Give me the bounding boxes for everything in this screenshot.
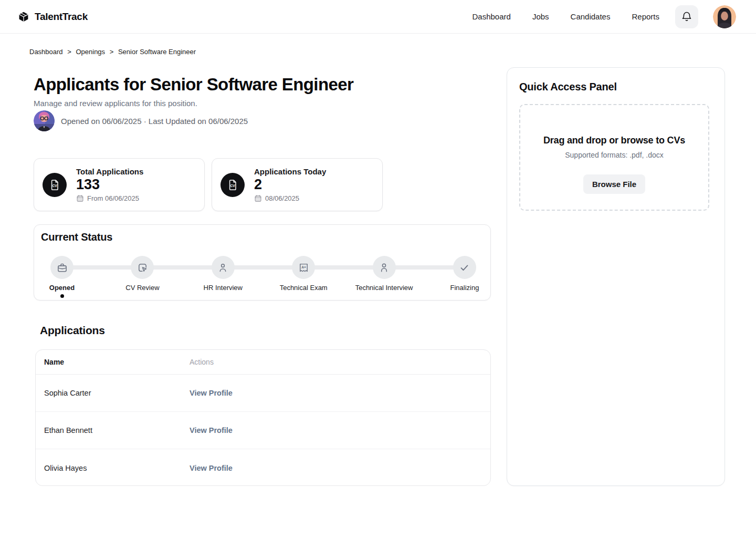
breadcrumb-separator: > — [110, 48, 114, 56]
brand-name: TalentTrack — [35, 11, 88, 23]
applicant-name: Ethan Bennett — [36, 426, 190, 434]
page-subtitle: Manage and review applicants for this po… — [34, 99, 197, 108]
svg-text:A+: A+ — [301, 265, 306, 269]
table-row: Sophia Carter View Profile — [36, 375, 490, 412]
stat-card-applications-today: CV Applications Today 2 08/06/2025 — [212, 158, 383, 211]
svg-text:CV: CV — [52, 183, 58, 187]
step-label: CV Review — [125, 284, 159, 292]
view-profile-link[interactable]: View Profile — [190, 464, 233, 472]
breadcrumb: Dashboard > Openings > Senior Software E… — [29, 48, 196, 56]
dropzone-title: Drag and drop or browse to CVs — [543, 135, 685, 146]
page-title: Applicants for Senior Software Engineer — [34, 75, 353, 95]
nav-jobs[interactable]: Jobs — [532, 12, 549, 21]
table-row: Ethan Bennett View Profile — [36, 412, 490, 449]
brand-logo[interactable]: TalentTrack — [18, 11, 88, 23]
opening-meta-row: Opened on 06/06/2025 · Last Updated on 0… — [34, 110, 248, 131]
column-header-name: Name — [36, 358, 190, 366]
step-label: Opened — [49, 284, 75, 292]
user-avatar[interactable] — [713, 5, 736, 28]
bell-icon — [681, 11, 692, 23]
step-label: Technical Exam — [280, 284, 328, 292]
logo-cube-icon — [18, 11, 29, 23]
stat-label: Applications Today — [254, 167, 326, 176]
cursor-click-icon[interactable] — [131, 256, 154, 279]
check-icon[interactable] — [453, 256, 476, 279]
view-profile-link[interactable]: View Profile — [190, 389, 233, 397]
calendar-icon — [254, 194, 262, 202]
briefcase-icon[interactable] — [50, 256, 74, 279]
cv-dropzone[interactable]: Drag and drop or browse to CVs Supported… — [519, 104, 709, 211]
cv-file-icon: CV — [220, 173, 245, 197]
nav-candidates[interactable]: Candidates — [571, 12, 611, 21]
step-finalizing: Finalizing — [453, 256, 476, 298]
step-opened: Opened — [50, 256, 74, 298]
stat-date-row: From 06/06/2025 — [76, 194, 143, 202]
browse-file-button[interactable]: Browse File — [583, 174, 645, 194]
exam-grade-icon[interactable]: A+ — [292, 256, 315, 279]
cv-file-icon: CV — [43, 173, 67, 197]
status-stepper: Opened CV Review — [34, 256, 490, 298]
breadcrumb-separator: > — [67, 48, 71, 56]
primary-nav: Dashboard Jobs Candidates Reports — [472, 12, 660, 21]
view-profile-link[interactable]: View Profile — [190, 426, 233, 434]
step-technical-interview: Technical Interview — [373, 256, 396, 298]
table-header-row: Name Actions — [36, 350, 490, 375]
stat-value: 133 — [76, 177, 143, 193]
stats-row: CV Total Applications 133 From 06/06/202… — [34, 158, 383, 211]
calendar-icon — [76, 194, 84, 202]
applicants-page: TalentTrack Dashboard Jobs Candidates Re… — [0, 0, 756, 538]
applications-table: Name Actions Sophia Carter View Profile … — [35, 349, 491, 486]
current-status-card: Current Status Opened — [34, 224, 491, 301]
current-status-title: Current Status — [41, 231, 112, 243]
step-hr-interview: HR Interview — [212, 256, 235, 298]
step-label: Technical Interview — [355, 284, 413, 292]
stat-date-text: 08/06/2025 — [265, 194, 299, 202]
table-row: Olivia Hayes View Profile — [36, 449, 490, 486]
column-header-actions: Actions — [190, 358, 490, 366]
notifications-button[interactable] — [675, 5, 698, 28]
stat-date-text: From 06/06/2025 — [87, 194, 139, 202]
stat-card-body: Total Applications 133 From 06/06/2025 — [76, 167, 143, 203]
stat-value: 2 — [254, 177, 326, 193]
opening-dates: Opened on 06/06/2025 · Last Updated on 0… — [61, 117, 248, 126]
svg-text:CV: CV — [230, 183, 236, 187]
recruiter-avatar — [34, 110, 55, 131]
stat-card-body: Applications Today 2 08/06/2025 — [254, 167, 326, 203]
breadcrumb-current: Senior Software Engineer — [118, 48, 196, 56]
quick-access-title: Quick Access Panel — [519, 81, 617, 93]
stat-date-row: 08/06/2025 — [254, 194, 326, 202]
person-icon[interactable] — [373, 256, 396, 279]
step-label: Finalizing — [450, 284, 479, 292]
applicant-name: Sophia Carter — [36, 389, 190, 397]
applicant-name: Olivia Hayes — [36, 464, 190, 472]
quick-access-panel: Quick Access Panel Drag and drop or brow… — [507, 67, 725, 486]
stat-card-total-applications: CV Total Applications 133 From 06/06/202… — [34, 158, 205, 211]
nav-reports[interactable]: Reports — [632, 12, 659, 21]
breadcrumb-openings[interactable]: Openings — [76, 48, 105, 56]
current-step-dot — [60, 294, 64, 298]
step-label: HR Interview — [204, 284, 243, 292]
dropzone-hint: Supported formats: .pdf, .docx — [565, 151, 664, 159]
step-technical-exam: A+ Technical Exam — [292, 256, 315, 298]
top-navigation-bar: TalentTrack Dashboard Jobs Candidates Re… — [0, 0, 756, 34]
stat-label: Total Applications — [76, 167, 143, 176]
breadcrumb-dashboard[interactable]: Dashboard — [29, 48, 63, 56]
step-cv-review: CV Review — [131, 256, 154, 298]
nav-dashboard[interactable]: Dashboard — [472, 12, 511, 21]
person-icon[interactable] — [212, 256, 235, 279]
applications-title: Applications — [40, 324, 105, 337]
